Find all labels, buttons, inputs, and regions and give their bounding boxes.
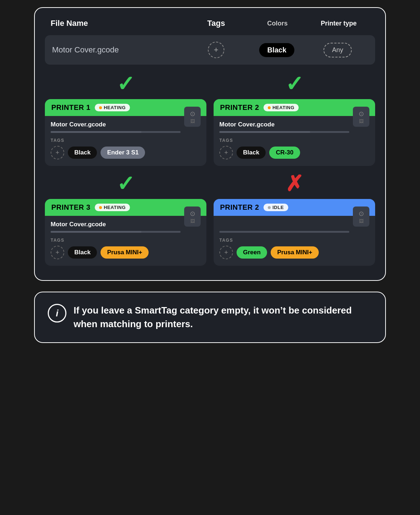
- printer3-card: PRINTER 3 HEATING Motor Cover.gcode: [45, 199, 206, 266]
- info-icon: i: [48, 304, 66, 323]
- printer3-filename: Motor Cover.gcode: [51, 221, 181, 228]
- main-card: File Name Tags Colors Printer type Motor…: [34, 7, 386, 281]
- printer2b-status-dot: [268, 206, 271, 209]
- printer1-thumb-icon: ⊙: [190, 110, 195, 118]
- printer2b-thumbnail: ⊙ 🖼: [353, 207, 369, 227]
- printer3-tag-prusa[interactable]: Prusa MINI+: [101, 246, 149, 259]
- printer2b-thumb-icon: ⊙: [359, 210, 364, 218]
- info-card: i If you leave a SmartTag category empty…: [34, 292, 386, 343]
- printer3-body: Motor Cover.gcode ⊙ 🖼 TAGS: [45, 216, 206, 266]
- printer2b-body: ⊙ 🖼 TAGS + Green Prusa MINI+: [214, 216, 375, 266]
- printer1-tags-row: + Black Ender 3 S1: [51, 146, 201, 159]
- plus-icon: +: [214, 46, 218, 54]
- printer3-thumb-icon: ⊙: [190, 210, 195, 218]
- printer2a-progress-fill: [219, 131, 310, 133]
- printer2b-tags-row: + Green Prusa MINI+: [219, 246, 369, 259]
- printer1-status-dot: [99, 106, 102, 109]
- printer2a-filename: Motor Cover.gcode: [219, 121, 349, 128]
- printer1-body: Motor Cover.gcode ⊙ 🖼 TAGS: [45, 116, 206, 166]
- printer3-thumb-img-icon: 🖼: [190, 218, 195, 224]
- printer3-add-tag-button[interactable]: +: [51, 246, 64, 259]
- printer2a-name: PRINTER 2: [220, 103, 259, 112]
- printer3-status-badge: HEATING: [95, 204, 130, 211]
- header-filename: File Name: [51, 19, 186, 28]
- printer3-match-check: ✓: [117, 173, 135, 195]
- printer2a-tags-row: + Black CR-30: [219, 146, 369, 159]
- printer1-progress-bar: [51, 131, 181, 133]
- printer1-col: ✓ PRINTER 1 HEATING Motor Cover.gcode: [45, 73, 206, 166]
- printer2a-tag-black[interactable]: Black: [237, 147, 266, 159]
- printer2a-body: Motor Cover.gcode ⊙ 🖼 TAGS: [214, 116, 375, 166]
- printer2a-thumbnail: ⊙ 🖼: [353, 107, 369, 127]
- printer3-thumbnail: ⊙ 🖼: [184, 207, 201, 227]
- printer1-name: PRINTER 1: [51, 103, 90, 112]
- plus-icon: +: [56, 249, 60, 256]
- file-tag-add-button[interactable]: +: [208, 42, 224, 58]
- printer1-tags-label: TAGS: [51, 138, 201, 143]
- printer2a-tag-cr30[interactable]: CR-30: [269, 147, 300, 159]
- printer2b-card: PRINTER 2 IDLE: [214, 199, 375, 266]
- header-row: File Name Tags Colors Printer type: [45, 19, 375, 35]
- printer2b-tag-prusa[interactable]: Prusa MINI+: [271, 246, 319, 259]
- printer1-filename: Motor Cover.gcode: [51, 121, 181, 128]
- printer2b-tags-label: TAGS: [219, 238, 369, 243]
- printer2a-match-check: ✓: [285, 73, 303, 95]
- printer2b-col: ✗ PRINTER 2 IDLE: [214, 173, 375, 266]
- header-tags: Tags: [186, 19, 247, 28]
- printer1-match-check: ✓: [117, 73, 135, 95]
- printer-grid-row-1: ✓ PRINTER 1 HEATING Motor Cover.gcode: [45, 73, 375, 166]
- printer2b-thumb-img-icon: 🖼: [359, 218, 364, 224]
- printer1-add-tag-button[interactable]: +: [51, 146, 64, 159]
- printer1-tag-black[interactable]: Black: [68, 147, 97, 159]
- printer3-tags-label: TAGS: [51, 238, 201, 243]
- header-printer-type: Printer type: [308, 20, 369, 27]
- plus-icon: +: [56, 149, 60, 157]
- printer1-progress-fill: [51, 131, 141, 133]
- printer2b-header: PRINTER 2 IDLE: [214, 199, 375, 216]
- file-tags-cell: +: [186, 42, 246, 58]
- file-name-cell: Motor Cover.gcode: [52, 45, 186, 55]
- printer2a-col: ✓ PRINTER 2 HEATING Motor Cover.gcode: [214, 73, 375, 166]
- printer2a-thumb-icon: ⊙: [359, 110, 364, 118]
- printer3-col: ✓ PRINTER 3 HEATING Motor Cover.gcode: [45, 173, 206, 266]
- printer2a-add-tag-button[interactable]: +: [219, 146, 233, 159]
- printer3-progress-fill: [51, 231, 141, 233]
- printer2b-filename: [219, 221, 349, 228]
- printer2b-progress-bar: [219, 231, 349, 233]
- printer1-status-text: HEATING: [104, 105, 126, 110]
- printer1-thumb-img-icon: 🖼: [190, 119, 195, 124]
- printer3-name: PRINTER 3: [51, 203, 90, 212]
- file-row: Motor Cover.gcode + Black Any: [45, 35, 375, 65]
- header-colors: Colors: [247, 20, 308, 27]
- file-colors-cell: Black: [247, 43, 307, 57]
- printer3-status-text: HEATING: [104, 205, 126, 210]
- printer1-header: PRINTER 1 HEATING: [45, 99, 206, 116]
- printer2b-tag-green[interactable]: Green: [237, 246, 267, 259]
- plus-icon: +: [224, 149, 228, 157]
- printer3-status-dot: [99, 206, 102, 209]
- file-color-tag[interactable]: Black: [259, 43, 294, 57]
- printer1-thumbnail: ⊙ 🖼: [184, 107, 201, 127]
- printer1-card: PRINTER 1 HEATING Motor Cover.gcode: [45, 99, 206, 166]
- file-printer-cell: Any: [307, 43, 368, 57]
- printer3-header: PRINTER 3 HEATING: [45, 199, 206, 216]
- printer2b-match-x: ✗: [285, 173, 303, 195]
- printer2a-status-text: HEATING: [272, 105, 294, 110]
- printer2b-add-tag-button[interactable]: +: [219, 246, 233, 259]
- printer2a-card: PRINTER 2 HEATING Motor Cover.gcode: [214, 99, 375, 166]
- printer3-progress-bar: [51, 231, 181, 233]
- printer1-status-badge: HEATING: [95, 104, 130, 111]
- printer3-tags-row: + Black Prusa MINI+: [51, 246, 201, 259]
- printer3-tag-black[interactable]: Black: [68, 246, 97, 259]
- printer2b-status-badge: IDLE: [263, 204, 288, 211]
- printer2a-header: PRINTER 2 HEATING: [214, 99, 375, 116]
- printer2b-name: PRINTER 2: [220, 203, 259, 212]
- file-printer-tag[interactable]: Any: [323, 43, 352, 57]
- printer-grid-row-2: ✓ PRINTER 3 HEATING Motor Cover.gcode: [45, 173, 375, 266]
- printer2b-status-text: IDLE: [272, 205, 284, 210]
- printer2a-tags-label: TAGS: [219, 138, 369, 143]
- printer2a-thumb-img-icon: 🖼: [359, 119, 364, 124]
- printer2a-status-badge: HEATING: [263, 104, 299, 111]
- printer1-tag-ender[interactable]: Ender 3 S1: [101, 147, 145, 159]
- plus-icon: +: [224, 249, 228, 256]
